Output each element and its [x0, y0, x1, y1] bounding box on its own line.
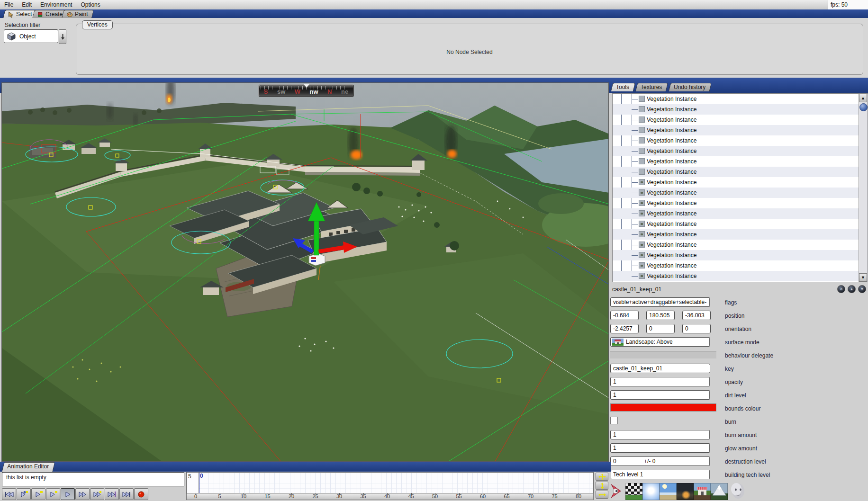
position-x-field[interactable]: -0.684	[610, 311, 639, 320]
tree-scrollbar[interactable]: ▲ ▼	[859, 94, 868, 282]
preset-house-icon[interactable]	[694, 483, 711, 500]
play-slow-half-button[interactable]	[46, 488, 60, 500]
selection-filter-value: Object	[19, 33, 36, 40]
preset-sun-icon[interactable]	[642, 483, 660, 500]
burn-checkbox[interactable]	[610, 417, 618, 424]
skip-to-next-key-button[interactable]	[105, 488, 119, 500]
viewport-scene[interactable]	[2, 83, 609, 462]
tree-item-vegetation-instance[interactable]: Vegetation Instance	[613, 229, 859, 240]
orientation-z-field[interactable]: 0	[682, 324, 711, 333]
position-z-spin[interactable]	[710, 311, 711, 320]
zoom-horizontal-button[interactable]	[596, 491, 608, 499]
orientation-x-field[interactable]: -2.4257	[610, 324, 639, 333]
timeline-playhead[interactable]	[199, 473, 199, 493]
timeline-ruler[interactable]: 05101520253035404550556065707580	[186, 493, 594, 500]
node-close-button[interactable]: ✕	[837, 285, 845, 293]
tree-item-vegetation-instance[interactable]: Vegetation Instance	[613, 271, 859, 281]
record-button[interactable]	[134, 488, 148, 500]
dirt-level-field[interactable]: 1	[610, 390, 710, 400]
tree-item-vegetation-instance[interactable]: Vegetation Instance	[613, 104, 859, 115]
glow-amount-spin[interactable]	[709, 443, 710, 453]
tree-item-vegetation-instance[interactable]: Vegetation Instance	[613, 188, 859, 198]
orientation-x-spin[interactable]	[638, 324, 639, 333]
play-slow-quarter-button[interactable]	[31, 488, 45, 500]
pan-view-button[interactable]	[596, 473, 608, 481]
tree-item-vegetation-instance[interactable]: Vegetation Instance	[613, 125, 859, 135]
selection-filter-dropdown-button[interactable]	[59, 29, 66, 44]
burn-amount-field[interactable]: 1	[610, 430, 710, 439]
burn-amount-spin[interactable]	[709, 430, 710, 439]
transport-controls	[2, 488, 149, 500]
tab-animation-editor[interactable]: Animation Editor	[2, 462, 55, 472]
tree-item-vegetation-instance[interactable]: Vegetation Instance	[613, 260, 859, 271]
menu-item[interactable]: Options	[76, 0, 104, 9]
tree-item-vegetation-instance[interactable]: Vegetation Instance	[613, 146, 859, 156]
skip-to-start-button[interactable]	[2, 488, 16, 500]
tree-item-vegetation-instance[interactable]: Vegetation Instance	[613, 94, 859, 104]
bounds-colour-swatch[interactable]	[610, 403, 716, 412]
tree-item-vegetation-instance[interactable]: Vegetation Instance	[613, 198, 859, 208]
tree-item-vegetation-instance[interactable]: Vegetation Instance	[613, 219, 859, 229]
skip-to-end-button[interactable]	[119, 488, 134, 500]
dirt-level-spin[interactable]	[709, 390, 710, 400]
position-z-field[interactable]: -36.003	[682, 311, 711, 320]
timeline-track[interactable]: 0	[199, 473, 593, 493]
flags-dropdown[interactable]: visible+active+draggable+selectable-	[610, 297, 710, 307]
glow-amount-field[interactable]: 1	[610, 443, 710, 453]
animation-list[interactable]: this list is empty	[2, 472, 184, 486]
orientation-z-spin[interactable]	[710, 324, 711, 333]
tab-tools[interactable]: Tools	[611, 83, 636, 91]
tree-item-vegetation-instance[interactable]: Vegetation Instance	[613, 135, 859, 146]
preset-mountain-icon[interactable]	[711, 483, 728, 500]
compass-bar[interactable]: SswWnwNne	[258, 84, 354, 97]
position-y-field[interactable]: 180.505	[646, 311, 675, 320]
preset-checker-icon[interactable]	[625, 483, 642, 500]
opacity-spin[interactable]	[709, 377, 710, 386]
preset-face-icon[interactable]	[731, 483, 746, 501]
behaviour-delegate-bar[interactable]	[610, 351, 716, 358]
menu-item[interactable]: Environment	[36, 0, 76, 9]
preset-pointer-icon[interactable]	[610, 483, 624, 501]
viewport-3d[interactable]: SswWnwNne	[1, 82, 609, 462]
tree-item-vegetation-instance[interactable]: Vegetation Instance	[613, 240, 859, 250]
tab-undo-history[interactable]: Undo history	[669, 83, 712, 91]
opacity-field[interactable]: 1	[610, 377, 710, 386]
zoom-vertical-button[interactable]	[596, 482, 608, 490]
destruction-level-spin[interactable]	[709, 456, 710, 466]
surface-mode-dropdown-button[interactable]	[709, 337, 710, 347]
node-move-down-button[interactable]: ▼	[858, 285, 866, 293]
vertices-tab[interactable]: Vertices	[82, 20, 113, 29]
tree-item-vegetation-instance[interactable]: Vegetation Instance	[613, 250, 859, 260]
play-button[interactable]	[61, 488, 75, 500]
scroll-thumb[interactable]	[859, 103, 868, 111]
preset-dusk-icon[interactable]	[677, 483, 694, 500]
key-field[interactable]: castle_01_keep_01	[610, 364, 710, 373]
building-tech-level-dropdown-button[interactable]	[709, 470, 710, 479]
selection-filter-dropdown[interactable]: Object	[4, 29, 58, 43]
tree-item-vegetation-instance[interactable]: Vegetation Instance	[613, 167, 859, 177]
position-y-spin[interactable]	[674, 311, 675, 320]
surface-mode-dropdown[interactable]: Landscape: Above	[610, 337, 710, 347]
node-move-up-button[interactable]: ▲	[848, 285, 856, 293]
preset-day-sky-icon[interactable]	[660, 483, 677, 500]
tree-item-vegetation-instance[interactable]: Vegetation Instance	[613, 115, 859, 125]
tab-textures[interactable]: Textures	[635, 83, 669, 91]
tree-item-vegetation-instance[interactable]: Vegetation Instance	[613, 156, 859, 167]
step-back-button[interactable]	[17, 488, 31, 500]
orientation-y-field[interactable]: 0	[646, 324, 675, 333]
flags-dropdown-button[interactable]	[709, 297, 710, 307]
menu-item[interactable]: Edit	[18, 0, 36, 9]
fast-forward-button[interactable]	[75, 488, 90, 500]
orientation-y-spin[interactable]	[674, 324, 675, 333]
scroll-up-button[interactable]: ▲	[859, 94, 867, 102]
tree-item-vegetation-instance[interactable]: Vegetation Instance	[613, 208, 859, 219]
fast-forward-keyed-button[interactable]	[90, 488, 104, 500]
destruction-level-field[interactable]: 0 +/- 0	[610, 456, 710, 466]
scroll-down-button[interactable]: ▼	[859, 273, 867, 282]
tree-item-vegetation-instance[interactable]: Vegetation Instance	[613, 177, 859, 188]
scene-tree: Vegetation InstanceVegetation InstanceVe…	[612, 93, 868, 282]
building-tech-level-dropdown[interactable]: Tech level 1	[610, 470, 710, 479]
position-x-spin[interactable]	[638, 311, 639, 320]
menu-item[interactable]: File	[0, 0, 18, 9]
timeline[interactable]: 5 0	[186, 472, 594, 493]
